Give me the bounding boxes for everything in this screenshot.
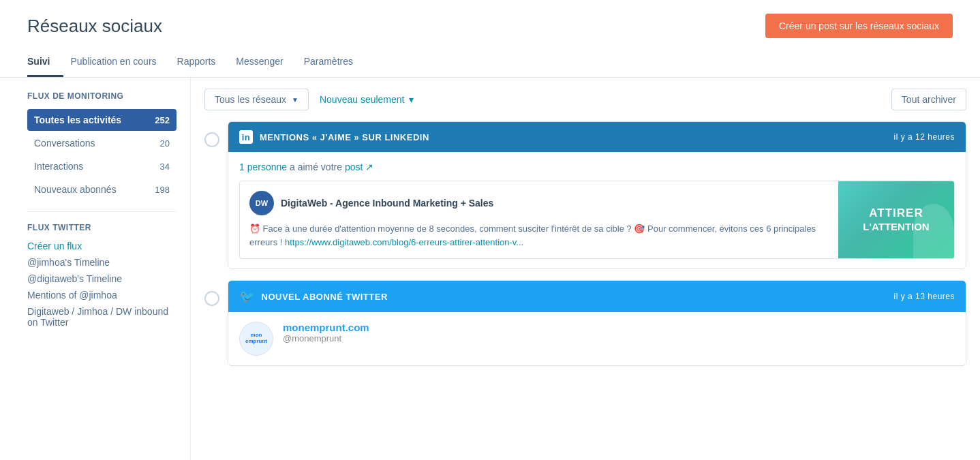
content-area: Tous les réseaux ▼ Nouveau seulement ▾ T… bbox=[191, 78, 980, 460]
post-preview-image: ATTIRER L'ATTENTION bbox=[838, 181, 954, 258]
linkedin-icon: in bbox=[239, 130, 253, 144]
flux-monitoring-title: Flux De Monitoring bbox=[27, 91, 177, 101]
sidebar-item-count: 34 bbox=[160, 162, 170, 172]
main-layout: Flux De Monitoring Toutes les activités … bbox=[0, 78, 980, 460]
card-col-twitter: 🐦 NOUVEL ABONNÉ TWITTER il y a 13 heures… bbox=[228, 280, 966, 377]
sidebar-item-count: 198 bbox=[155, 185, 170, 195]
post-preview-author: DW DigitaWeb - Agence Inbound Marketing … bbox=[249, 191, 829, 215]
sidebar-item-all-activities[interactable]: Toutes les activités 252 bbox=[27, 109, 177, 131]
tab-suivi[interactable]: Suivi bbox=[27, 49, 63, 77]
header-left-twitter: 🐦 NOUVEL ABONNÉ TWITTER bbox=[239, 289, 388, 304]
check-col bbox=[204, 121, 219, 147]
twitter-item-2[interactable]: Mentions of @jimhoa bbox=[27, 290, 177, 301]
feed-item-twitter: 🐦 NOUVEL ABONNÉ TWITTER il y a 13 heures… bbox=[204, 280, 966, 377]
sidebar-divider bbox=[27, 211, 177, 212]
post-preview-content: DW DigitaWeb - Agence Inbound Marketing … bbox=[240, 181, 838, 258]
sidebar-item-count: 20 bbox=[160, 138, 170, 149]
sidebar-item-nouveaux-abonnes[interactable]: Nouveaux abonnés 198 bbox=[27, 179, 177, 200]
image-line1: ATTIRER bbox=[863, 206, 929, 220]
sidebar: Flux De Monitoring Toutes les activités … bbox=[0, 78, 191, 460]
twitter-timestamp: il y a 13 heures bbox=[894, 292, 955, 301]
image-line2: L'ATTENTION bbox=[863, 221, 929, 233]
feed-item-linkedin: in MENTIONS « J'AIME » SUR LINKEDIN il y… bbox=[204, 121, 966, 280]
post-link[interactable]: post ↗ bbox=[345, 162, 373, 172]
sidebar-item-count: 252 bbox=[155, 115, 170, 125]
network-dropdown-label: Tous les réseaux bbox=[215, 94, 286, 105]
twitter-card-header: 🐦 NOUVEL ABONNÉ TWITTER il y a 13 heures bbox=[228, 281, 966, 312]
select-checkbox-twitter[interactable] bbox=[204, 291, 219, 306]
linkedin-card-body: 1 personne a aimé votre post ↗ DW Digita… bbox=[228, 152, 966, 269]
chevron-down-icon-nouveau: ▾ bbox=[409, 94, 414, 105]
post-url-link[interactable]: https://www.digitaweb.com/blog/6-erreurs… bbox=[285, 237, 523, 247]
sidebar-item-label: Nouveaux abonnés bbox=[34, 184, 117, 195]
sidebar-item-interactions[interactable]: Interactions 34 bbox=[27, 155, 177, 177]
tab-messenger[interactable]: Messenger bbox=[236, 49, 296, 77]
nouveau-seulement-button[interactable]: Nouveau seulement ▾ bbox=[320, 94, 414, 105]
follower-avatar: monemprunt bbox=[239, 322, 273, 356]
filter-left: Tous les réseaux ▼ Nouveau seulement ▾ bbox=[204, 89, 414, 110]
tab-parametres[interactable]: Paramètres bbox=[304, 49, 367, 77]
card-col: in MENTIONS « J'AIME » SUR LINKEDIN il y… bbox=[228, 121, 966, 280]
linkedin-header-label: MENTIONS « J'AIME » SUR LINKEDIN bbox=[260, 132, 429, 142]
nouveau-label: Nouveau seulement bbox=[320, 94, 405, 105]
sidebar-item-conversations[interactable]: Conversations 20 bbox=[27, 132, 177, 154]
create-flux-link[interactable]: Créer un flux bbox=[27, 241, 177, 251]
flux-twitter-title: Flux Twitter bbox=[27, 223, 177, 232]
header-left: in MENTIONS « J'AIME » SUR LINKEDIN bbox=[239, 130, 429, 144]
network-dropdown[interactable]: Tous les réseaux ▼ bbox=[204, 89, 309, 110]
twitter-feed-card: 🐦 NOUVEL ABONNÉ TWITTER il y a 13 heures… bbox=[228, 280, 966, 366]
select-checkbox[interactable] bbox=[204, 132, 219, 147]
twitter-item-3[interactable]: Digitaweb / Jimhoa / DW inbound on Twitt… bbox=[27, 306, 177, 328]
sidebar-item-label: Interactions bbox=[34, 161, 83, 172]
twitter-item-1[interactable]: @digitaweb's Timeline bbox=[27, 273, 177, 284]
archive-all-button[interactable]: Tout archiver bbox=[891, 89, 966, 110]
create-post-button[interactable]: Créer un post sur les réseaux sociaux bbox=[765, 14, 953, 38]
twitter-icon: 🐦 bbox=[239, 289, 255, 304]
page-title: Réseaux sociaux bbox=[27, 16, 162, 37]
sidebar-item-label: Toutes les activités bbox=[34, 114, 121, 125]
twitter-item-0[interactable]: @jimhoa's Timeline bbox=[27, 257, 177, 268]
linkedin-card-header: in MENTIONS « J'AIME » SUR LINKEDIN il y… bbox=[228, 122, 966, 152]
tab-rapports[interactable]: Rapports bbox=[177, 49, 230, 77]
avatar: DW bbox=[249, 191, 274, 215]
author-name: DigitaWeb - Agence Inbound Marketing + S… bbox=[281, 198, 493, 209]
person-link[interactable]: 1 personne bbox=[239, 162, 287, 172]
check-col-twitter bbox=[204, 280, 219, 306]
sidebar-item-label: Conversations bbox=[34, 138, 95, 149]
post-text: ⏰ Face à une durée d'attention moyenne d… bbox=[249, 222, 829, 249]
page-header: Réseaux sociaux Créer un post sur les ré… bbox=[0, 0, 980, 38]
filter-bar: Tous les réseaux ▼ Nouveau seulement ▾ T… bbox=[204, 89, 966, 110]
linkedin-timestamp: il y a 12 heures bbox=[894, 132, 955, 142]
twitter-header-label: NOUVEL ABONNÉ TWITTER bbox=[262, 292, 388, 302]
chevron-down-icon: ▼ bbox=[292, 96, 298, 104]
mention-line: 1 personne a aimé votre post ↗ bbox=[239, 162, 955, 172]
follower-info: monemprunt.com @monemprunt bbox=[283, 322, 369, 343]
linkedin-feed-card: in MENTIONS « J'AIME » SUR LINKEDIN il y… bbox=[228, 121, 966, 269]
follower-preview: monemprunt monemprunt.com @monemprunt bbox=[228, 312, 966, 365]
follower-handle: @monemprunt bbox=[283, 333, 369, 343]
tab-publication[interactable]: Publication en cours bbox=[70, 49, 170, 77]
tabs-bar: Suivi Publication en cours Rapports Mess… bbox=[0, 49, 980, 78]
follower-name[interactable]: monemprunt.com bbox=[283, 322, 369, 333]
post-preview: DW DigitaWeb - Agence Inbound Marketing … bbox=[239, 181, 955, 259]
